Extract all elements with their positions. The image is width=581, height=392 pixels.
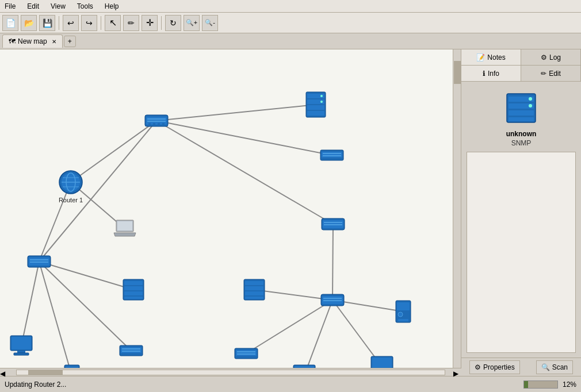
svg-rect-71 bbox=[12, 337, 31, 349]
zoom-out-button[interactable]: 🔍- bbox=[202, 15, 218, 31]
tab-close-button[interactable]: ✕ bbox=[52, 39, 56, 45]
new-button[interactable]: 📄 bbox=[2, 15, 18, 31]
node-router-1[interactable]: Router 1 bbox=[58, 169, 84, 203]
properties-icon: ⚙ bbox=[475, 363, 481, 371]
svg-rect-58 bbox=[245, 281, 263, 285]
menu-tools[interactable]: Tools bbox=[75, 1, 95, 11]
hscroll-left[interactable]: ◀ bbox=[0, 370, 8, 375]
canvas-area[interactable]: .edge { stroke: #888; stroke-width: 2; f… bbox=[0, 49, 461, 368]
svg-rect-29 bbox=[307, 111, 324, 116]
svg-rect-65 bbox=[323, 300, 342, 301]
svg-rect-97 bbox=[509, 110, 534, 116]
refresh-button[interactable]: ↻ bbox=[165, 15, 181, 31]
hscroll-thumb[interactable] bbox=[28, 370, 63, 375]
node-tower-1[interactable] bbox=[393, 299, 413, 324]
svg-rect-67 bbox=[397, 302, 410, 310]
panel-sub-tabs: ℹ Info ✏ Edit bbox=[461, 66, 581, 82]
svg-rect-87 bbox=[372, 358, 392, 368]
node-switch-1[interactable] bbox=[144, 113, 169, 129]
menu-file[interactable]: File bbox=[2, 1, 18, 11]
node-switch-6[interactable] bbox=[119, 344, 144, 357]
hscroll-right[interactable]: ▶ bbox=[453, 370, 461, 375]
svg-rect-53 bbox=[124, 281, 143, 285]
node-switch-5[interactable] bbox=[320, 292, 345, 308]
svg-rect-79 bbox=[236, 350, 257, 356]
log-icon: ⚙ bbox=[541, 53, 547, 62]
svg-rect-20 bbox=[147, 121, 166, 122]
svg-rect-46 bbox=[324, 222, 342, 223]
svg-point-100 bbox=[529, 104, 532, 107]
device-name: unknown bbox=[506, 130, 537, 138]
svg-point-31 bbox=[320, 101, 323, 103]
panel-content: unknown SNMP bbox=[461, 82, 581, 358]
move-button[interactable]: ✛ bbox=[142, 15, 158, 31]
svg-rect-54 bbox=[124, 286, 143, 290]
hscrollbar[interactable]: ◀ ▶ bbox=[0, 368, 461, 376]
save-button[interactable]: 💾 bbox=[39, 15, 55, 31]
menu-help[interactable]: Help bbox=[102, 1, 121, 11]
svg-rect-56 bbox=[124, 297, 143, 299]
progress-bar bbox=[523, 381, 558, 389]
redo-button[interactable]: ↪ bbox=[81, 15, 97, 31]
svg-rect-59 bbox=[245, 286, 263, 290]
open-button[interactable]: 📂 bbox=[21, 15, 37, 31]
info-icon: ℹ bbox=[483, 70, 486, 78]
node-desktop-1[interactable] bbox=[9, 335, 33, 358]
node-server-1[interactable] bbox=[305, 91, 327, 118]
undo-button[interactable]: ↩ bbox=[63, 15, 79, 31]
menu-view[interactable]: View bbox=[48, 1, 68, 11]
panel-footer: ⚙ Properties 🔍 Scan bbox=[461, 358, 581, 376]
notes-icon: 📝 bbox=[476, 53, 485, 62]
new-tab-button[interactable]: + bbox=[64, 36, 76, 47]
menu-edit[interactable]: Edit bbox=[25, 1, 41, 11]
node-switch-2[interactable] bbox=[319, 149, 345, 162]
svg-rect-61 bbox=[245, 297, 263, 299]
node-switch-7[interactable] bbox=[234, 347, 259, 360]
vscroll-thumb[interactable] bbox=[454, 61, 461, 84]
node-desktop-3[interactable] bbox=[370, 355, 394, 368]
vscrollbar[interactable] bbox=[453, 49, 461, 368]
tab-notes[interactable]: 📝 Notes bbox=[461, 49, 521, 65]
node-desktop-2[interactable] bbox=[292, 364, 316, 368]
device-protocol: SNMP bbox=[511, 139, 532, 147]
svg-rect-81 bbox=[237, 353, 255, 355]
panel-top-tabs: 📝 Notes ⚙ Log bbox=[461, 49, 581, 66]
info-text-area[interactable] bbox=[467, 152, 576, 353]
svg-rect-91 bbox=[66, 367, 78, 368]
node-switch-4[interactable] bbox=[26, 253, 52, 270]
node-laptop-1[interactable] bbox=[113, 219, 137, 239]
node-tower-2[interactable] bbox=[62, 364, 82, 368]
map-tab[interactable]: 🗺 New map ✕ bbox=[2, 34, 63, 48]
tab-log[interactable]: ⚙ Log bbox=[521, 49, 581, 65]
svg-rect-47 bbox=[324, 224, 342, 225]
scan-button[interactable]: 🔍 Scan bbox=[536, 360, 573, 374]
sep1 bbox=[59, 16, 59, 30]
svg-rect-72 bbox=[17, 351, 25, 353]
svg-line-11 bbox=[39, 262, 131, 351]
svg-rect-83 bbox=[295, 366, 314, 368]
select-button[interactable]: ↖ bbox=[105, 15, 121, 31]
progress-label: 12% bbox=[563, 381, 576, 389]
tab-title: New map bbox=[18, 37, 47, 45]
progress-fill bbox=[524, 381, 528, 388]
device-icon bbox=[504, 91, 538, 125]
network-canvas: .edge { stroke: #888; stroke-width: 2; f… bbox=[0, 49, 461, 368]
hscroll-track[interactable] bbox=[16, 370, 445, 375]
zoom-in-button[interactable]: 🔍+ bbox=[184, 15, 200, 31]
svg-point-99 bbox=[529, 97, 532, 101]
properties-button[interactable]: ⚙ Properties bbox=[469, 360, 520, 374]
node-server-2[interactable] bbox=[122, 278, 145, 301]
draw-button[interactable]: ✏ bbox=[123, 15, 139, 31]
svg-rect-75 bbox=[121, 347, 142, 353]
network-edges: .edge { stroke: #888; stroke-width: 2; f… bbox=[0, 49, 461, 368]
svg-line-0 bbox=[156, 105, 316, 121]
tab-edit[interactable]: ✏ Edit bbox=[521, 66, 581, 81]
scan-label: Scan bbox=[552, 363, 568, 371]
svg-point-30 bbox=[320, 95, 323, 97]
tab-info[interactable]: ℹ Info bbox=[461, 66, 521, 81]
toolbar: 📄 📂 💾 ↩ ↪ ↖ ✏ ✛ ↻ 🔍+ 🔍- bbox=[0, 13, 581, 33]
node-server-3[interactable] bbox=[243, 278, 266, 301]
node-switch-3[interactable] bbox=[320, 216, 346, 232]
edit-label: Edit bbox=[549, 70, 561, 78]
menubar: File Edit View Tools Help bbox=[0, 0, 581, 13]
